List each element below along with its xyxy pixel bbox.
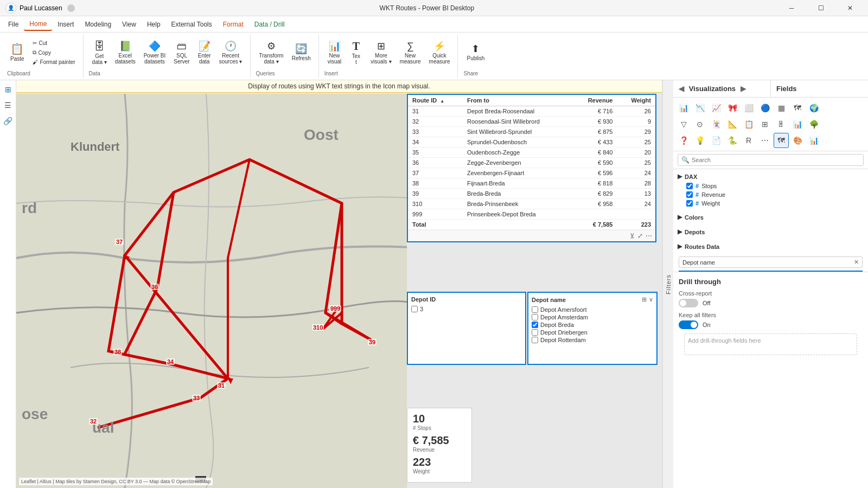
menu-modeling[interactable]: Modeling — [79, 18, 117, 30]
viz-icon-scatter[interactable]: ⬜ — [741, 100, 756, 115]
col-weight[interactable]: Weight — [617, 95, 655, 106]
maximize-button[interactable]: ☐ — [808, 0, 833, 16]
dax-section-header[interactable]: ▶ DAX — [673, 171, 868, 182]
depots-section-header[interactable]: ▶ Depots — [673, 227, 868, 237]
menu-help[interactable]: Help — [142, 18, 166, 30]
viz-icon-kpi[interactable]: 📐 — [725, 117, 740, 132]
viz-icon-paginated[interactable]: 📄 — [709, 133, 724, 148]
list-item[interactable]: Depot Amersfoort — [532, 306, 653, 313]
menu-view[interactable]: View — [117, 18, 142, 30]
menu-insert[interactable]: Insert — [52, 18, 79, 30]
table-row[interactable]: 32 Roosendaal-Sint Willebrord € 930 9 — [408, 117, 655, 127]
publish-button[interactable]: ⬆ Publish — [463, 37, 488, 68]
powerbi-button[interactable]: 🔷 Power BIdatasets — [141, 37, 169, 68]
viz-nav-next[interactable]: ▶ — [741, 85, 746, 93]
viz-icon-gauge[interactable]: ⊙ — [692, 117, 707, 132]
table-row[interactable]: 310 Breda-Prinsenbeek € 958 24 — [408, 199, 655, 209]
col-from-to[interactable]: From to — [463, 95, 572, 106]
recent-sources-button[interactable]: 🕐 Recentsources ▾ — [216, 37, 246, 68]
viz-icon-funnel[interactable]: ▽ — [676, 117, 691, 132]
menu-format[interactable]: Format — [218, 18, 249, 30]
field-revenue[interactable]: # Revenue — [673, 190, 868, 199]
sql-button[interactable]: 🗃 SQLServer — [170, 37, 193, 68]
close-button[interactable]: ✕ — [838, 0, 863, 16]
menu-data-drill[interactable]: Data / Drill — [249, 18, 290, 30]
depot-checkbox[interactable] — [532, 314, 538, 320]
map-visual[interactable]: Klundert Oost rd ose ual 37 36 38 34 31 … — [16, 94, 407, 488]
viz-icon-ribbon[interactable]: 🎀 — [725, 100, 740, 115]
field-name-remove[interactable]: ✕ — [854, 259, 859, 266]
viz-icon-qna[interactable]: ❓ — [676, 133, 691, 148]
revenue-checkbox[interactable] — [686, 191, 693, 198]
table-row[interactable]: 999 Prinsenbeek-Depot Breda — [408, 209, 655, 220]
colors-section-header[interactable]: ▶ Colors — [673, 212, 868, 222]
viz-nav-prev[interactable]: ◀ — [679, 85, 684, 93]
table-row[interactable]: 38 Fijnaart-Breda € 818 28 — [408, 178, 655, 189]
more-options-icon[interactable]: ⋯ — [646, 232, 652, 240]
drill-fields-area[interactable]: Add drill-through fields here — [684, 333, 857, 355]
keep-filters-toggle[interactable] — [679, 320, 698, 329]
sidebar-report-icon[interactable]: ⊞ — [2, 83, 15, 96]
viz-icon-r[interactable]: R — [741, 133, 756, 148]
visualizations-tab[interactable]: ◀ Visualizations ▶ — [673, 80, 771, 97]
col-revenue[interactable]: Revenue — [572, 95, 617, 106]
viz-icon-python[interactable]: 🐍 — [725, 133, 740, 148]
quick-measure-button[interactable]: ⚡ Quickmeasure — [426, 37, 454, 68]
col-route-id[interactable]: Route ID ▲ — [408, 95, 463, 106]
viz-icon-decomp[interactable]: 🌳 — [806, 117, 821, 132]
depot-checkbox[interactable] — [532, 329, 538, 336]
depot-checkbox[interactable] — [532, 306, 538, 313]
viz-icon-matrix[interactable]: ⊞ — [757, 117, 773, 132]
viz-icon-card[interactable]: 🃏 — [709, 117, 724, 132]
text-box-button[interactable]: T Text — [346, 37, 366, 68]
fields-search-input[interactable] — [692, 157, 860, 163]
weight-checkbox[interactable] — [686, 200, 693, 207]
table-row[interactable]: 35 Oudenbosch-Zegge € 840 20 — [408, 147, 655, 158]
depot-expand-icon[interactable]: ⊞ — [642, 296, 647, 303]
copy-button[interactable]: ⧉ Copy — [29, 48, 79, 57]
viz-icon-table[interactable]: 📋 — [741, 117, 756, 132]
depot-collapse-icon[interactable]: ∨ — [649, 296, 653, 303]
enter-data-button[interactable]: 📝 Enterdata — [195, 37, 214, 68]
viz-icon-smart[interactable]: 💡 — [692, 133, 707, 148]
depot-checkbox[interactable] — [532, 337, 538, 343]
viz-icon-slicer[interactable]: 🎚 — [774, 117, 789, 132]
viz-icon-more[interactable]: ⋯ — [757, 133, 773, 148]
table-row[interactable]: 39 Breda-Breda € 829 13 — [408, 189, 655, 199]
viz-icon-area[interactable]: 📈 — [709, 100, 724, 115]
list-item[interactable]: Depot Amsterdam — [532, 313, 653, 321]
format-painter-button[interactable]: 🖌 Format painter — [29, 58, 79, 66]
sidebar-model-icon[interactable]: 🔗 — [2, 114, 15, 127]
viz-icon-bar[interactable]: 📊 — [676, 100, 691, 115]
viz-icon-waterfall[interactable]: 📊 — [790, 117, 805, 132]
viz-icon-line[interactable]: 📉 — [692, 100, 707, 115]
viz-icon-filled-map[interactable]: 🌍 — [806, 100, 821, 115]
list-item[interactable]: Depot Breda — [532, 321, 653, 329]
cut-button[interactable]: ✂ Cut — [29, 39, 79, 47]
list-item[interactable]: Depot Rotterdam — [532, 336, 653, 344]
viz-icon-format[interactable]: 🎨 — [790, 133, 805, 148]
fields-tab[interactable]: Fields — [771, 80, 868, 97]
minimize-button[interactable]: ─ — [779, 0, 804, 16]
more-visuals-button[interactable]: ⊞ Morevisuals ▾ — [367, 37, 394, 68]
focus-icon[interactable]: ⤢ — [637, 232, 643, 240]
viz-icon-map[interactable]: 🗺 — [790, 100, 805, 115]
field-weight[interactable]: # Weight — [673, 199, 868, 208]
get-data-button[interactable]: 🗄 Getdata ▾ — [89, 37, 110, 68]
list-item[interactable]: Depot Driebergen — [532, 329, 653, 336]
map-attribution[interactable]: Leaflet | Altius | Map tiles by Stamen D… — [19, 478, 213, 485]
refresh-button[interactable]: 🔄 Refresh — [289, 37, 314, 68]
viz-icon-treemap[interactable]: ▦ — [774, 100, 789, 115]
excel-button[interactable]: 📗 Exceldatasets — [112, 37, 139, 68]
table-row[interactable]: 37 Zevenbergen-Fijnaart € 596 24 — [408, 168, 655, 178]
stops-checkbox[interactable] — [686, 183, 693, 189]
menu-external-tools[interactable]: External Tools — [166, 18, 218, 30]
table-row[interactable]: 36 Zegge-Zevenbergen € 590 25 — [408, 158, 655, 168]
depot-id-checkbox[interactable] — [411, 306, 418, 312]
depot-id-item[interactable]: 3 — [411, 305, 522, 313]
transform-button[interactable]: ⚙ Transformdata ▾ — [256, 37, 287, 68]
table-row[interactable]: 34 Sprundel-Oudenbosch € 433 25 — [408, 137, 655, 147]
sidebar-data-icon[interactable]: ☰ — [2, 99, 15, 112]
new-measure-button[interactable]: ∑ Newmeasure — [397, 37, 424, 68]
table-row[interactable]: 31 Depot Breda-Roosendaal € 716 26 — [408, 106, 655, 117]
